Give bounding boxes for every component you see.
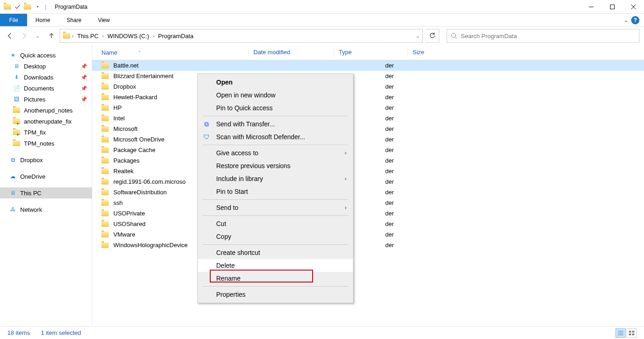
- qat-dropdown-icon[interactable]: ▾: [34, 3, 41, 11]
- ctx-send-transfer[interactable]: ⧉Send with Transfer...: [198, 118, 353, 130]
- back-button[interactable]: [5, 30, 16, 41]
- breadcrumb-sep[interactable]: ›: [153, 34, 154, 39]
- column-headers: Name⌃ Date modified Type Size: [92, 45, 644, 60]
- file-row[interactable]: Battle.netder: [92, 60, 644, 71]
- ctx-create-shortcut[interactable]: Create shortcut: [198, 246, 353, 259]
- file-row[interactable]: USOPrivateder: [92, 208, 644, 219]
- column-type[interactable]: Type: [339, 49, 408, 56]
- sidebar-quick-access[interactable]: ★ Quick access: [0, 50, 92, 61]
- ctx-label: Send to: [216, 204, 238, 211]
- sidebar-item[interactable]: 🖼Pictures📌: [0, 94, 92, 105]
- svg-line-5: [455, 37, 457, 39]
- ctx-cut[interactable]: Cut: [198, 217, 353, 230]
- file-row[interactable]: Package Cacheder: [92, 145, 644, 155]
- file-row[interactable]: Dropboxder: [92, 81, 644, 92]
- search-input[interactable]: [461, 33, 635, 40]
- folder-icon: [13, 107, 20, 114]
- search-box[interactable]: [447, 29, 639, 43]
- address-folder-icon: [63, 32, 70, 40]
- file-row[interactable]: sshder: [92, 198, 644, 208]
- ctx-delete[interactable]: Delete: [198, 259, 353, 272]
- breadcrumb-folder[interactable]: ProgramData: [156, 33, 195, 40]
- file-row[interactable]: WindowsHolographicDeviceder: [92, 240, 644, 250]
- ribbon-file-tab[interactable]: File: [0, 14, 27, 26]
- folder-icon: [101, 63, 113, 68]
- view-details-button[interactable]: [616, 328, 626, 338]
- sidebar-item[interactable]: ⬇Downloads📌: [0, 72, 92, 83]
- sidebar-dropbox[interactable]: ⧉ Dropbox: [0, 154, 92, 165]
- minimize-button[interactable]: [581, 0, 602, 14]
- column-date[interactable]: Date modified: [253, 49, 334, 56]
- ribbon-tab-view[interactable]: View: [90, 14, 118, 26]
- ctx-open-new-window[interactable]: Open in new window: [198, 89, 353, 102]
- ctx-restore-previous[interactable]: Restore previous versions: [198, 159, 353, 172]
- ctx-open[interactable]: Open: [198, 76, 353, 89]
- file-row[interactable]: VMwareder: [92, 229, 644, 240]
- address-dropdown-icon[interactable]: ⌄: [416, 34, 420, 39]
- help-icon[interactable]: ?: [631, 16, 639, 24]
- breadcrumb-sep[interactable]: ›: [72, 34, 73, 39]
- ctx-rename[interactable]: Rename: [198, 272, 353, 285]
- ribbon-tab-home[interactable]: Home: [27, 14, 58, 26]
- folder-icon: [101, 158, 113, 164]
- ctx-copy[interactable]: Copy: [198, 230, 353, 243]
- file-row[interactable]: Microsoft OneDriveder: [92, 134, 644, 145]
- sidebar-item[interactable]: ●anotherupdate_fix: [0, 116, 92, 127]
- breadcrumb-drive[interactable]: WINDOWS (C:): [106, 33, 151, 40]
- sidebar-onedrive[interactable]: ☁ OneDrive: [0, 171, 92, 182]
- ctx-include-library[interactable]: Include in library›: [198, 172, 353, 185]
- sidebar-item[interactable]: ●TPM_fix: [0, 127, 92, 138]
- file-row[interactable]: Microsoftder: [92, 124, 644, 134]
- address-bar[interactable]: › This PC › WINDOWS (C:) › ProgramData ⌄: [60, 29, 423, 43]
- navigation-pane: ★ Quick access 🖥Desktop📌⬇Downloads📌📄Docu…: [0, 45, 92, 326]
- ctx-scan-defender[interactable]: 🛡Scan with Microsoft Defender...: [198, 130, 353, 143]
- file-row[interactable]: Realtekder: [92, 166, 644, 176]
- file-row[interactable]: HPder: [92, 102, 644, 113]
- sidebar-network[interactable]: 🖧 Network: [0, 204, 92, 215]
- folder-icon: [101, 221, 113, 227]
- recent-dropdown-icon[interactable]: ⌄: [32, 30, 43, 41]
- sidebar-this-pc[interactable]: 🖥 This PC: [0, 187, 92, 198]
- ctx-give-access[interactable]: Give access to›: [198, 147, 353, 159]
- ribbon: File Home Share View ⌄ ?: [0, 14, 644, 27]
- qat-properties-icon[interactable]: [14, 3, 21, 11]
- sidebar-item[interactable]: Anotherupd_notes: [0, 105, 92, 116]
- view-large-icons-button[interactable]: [627, 328, 637, 338]
- navigation-bar: ⌄ › This PC › WINDOWS (C:) › ProgramData…: [0, 27, 644, 45]
- sidebar-item[interactable]: 📄Documents📌: [0, 83, 92, 94]
- ctx-properties[interactable]: Properties: [198, 288, 353, 301]
- file-row[interactable]: regid.1991-06.com.microsoder: [92, 176, 644, 187]
- file-row[interactable]: Blizzard Entertainmentder: [92, 71, 644, 81]
- folder-icon: [13, 140, 20, 147]
- close-button[interactable]: [623, 0, 644, 14]
- file-row[interactable]: USOSharedder: [92, 219, 644, 229]
- file-row[interactable]: SoftwareDistributionder: [92, 187, 644, 198]
- ctx-pin-start[interactable]: Pin to Start: [198, 185, 353, 198]
- maximize-button[interactable]: [602, 0, 623, 14]
- network-icon: 🖧: [9, 206, 17, 213]
- file-row[interactable]: Intelder: [92, 113, 644, 124]
- breadcrumb-this-pc[interactable]: This PC: [75, 33, 100, 40]
- qat-folder-icon[interactable]: [24, 3, 31, 11]
- downloads-icon: ⬇: [13, 73, 20, 81]
- up-button[interactable]: [46, 30, 57, 41]
- column-name[interactable]: Name⌃: [101, 49, 248, 56]
- status-bar: 18 items 1 item selected: [0, 326, 644, 339]
- ctx-label: Send with Transfer...: [216, 120, 275, 128]
- sidebar-item[interactable]: TPM_notes: [0, 138, 92, 149]
- column-size[interactable]: Size: [413, 49, 449, 56]
- ribbon-expand-icon[interactable]: ⌄: [624, 17, 628, 23]
- svg-rect-11: [629, 333, 631, 335]
- sidebar-item-label: TPM_fix: [24, 129, 46, 136]
- refresh-button[interactable]: [426, 29, 439, 43]
- ribbon-tab-share[interactable]: Share: [58, 14, 90, 26]
- file-row[interactable]: Hewlett-Packardder: [92, 92, 644, 102]
- file-row[interactable]: Packagesder: [92, 155, 644, 166]
- ctx-pin-quick-access[interactable]: Pin to Quick access: [198, 102, 353, 114]
- breadcrumb-sep[interactable]: ›: [102, 34, 104, 39]
- status-selection: 1 item selected: [41, 329, 81, 336]
- folder-icon: [101, 147, 113, 153]
- forward-button[interactable]: [18, 30, 29, 41]
- sidebar-item[interactable]: 🖥Desktop📌: [0, 61, 92, 72]
- ctx-send-to[interactable]: Send to›: [198, 201, 353, 214]
